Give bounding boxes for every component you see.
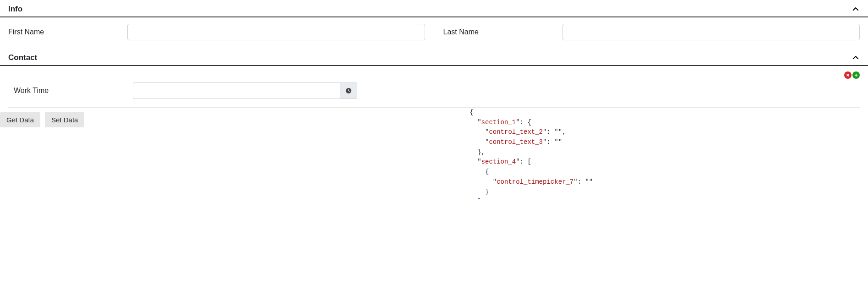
repeat-row-actions (8, 71, 860, 80)
clock-icon-button[interactable] (340, 82, 357, 99)
last-name-label: Last Name (443, 28, 562, 36)
button-group: Get Data Set Data (0, 112, 84, 127)
json-output: { "section_1": { "control_text_2": "", "… (451, 108, 593, 199)
remove-row-icon[interactable] (844, 71, 852, 79)
clock-icon (345, 87, 352, 94)
section-header-info[interactable]: Info (0, 0, 868, 17)
time-input-group (133, 82, 357, 99)
section-title-info: Info (8, 5, 22, 14)
bottom-area: Get Data Set Data { "section_1": { "cont… (0, 108, 868, 199)
add-row-icon[interactable] (852, 71, 860, 79)
form-group-first-name: First Name (8, 24, 425, 40)
section-title-contact: Contact (8, 53, 37, 62)
form-row: First Name Last Name (8, 24, 860, 40)
work-time-field[interactable] (133, 82, 340, 99)
form-group-work-time: Work Time (8, 80, 860, 108)
section-body-contact: Work Time (0, 66, 868, 108)
set-data-button[interactable]: Set Data (45, 112, 84, 127)
first-name-label: First Name (8, 28, 127, 36)
first-name-field[interactable] (127, 24, 425, 40)
chevron-up-icon (852, 5, 860, 13)
work-time-label: Work Time (14, 87, 133, 95)
form-group-last-name: Last Name (443, 24, 860, 40)
section-body-info: First Name Last Name (0, 17, 868, 49)
chevron-up-icon (852, 54, 860, 62)
last-name-field[interactable] (562, 24, 860, 40)
get-data-button[interactable]: Get Data (0, 112, 40, 127)
section-header-contact[interactable]: Contact (0, 49, 868, 66)
